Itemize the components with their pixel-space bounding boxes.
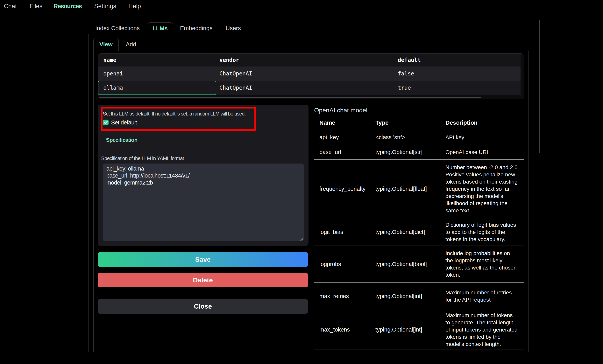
docs-row-frequency-penalty: frequency_penalty typing.Optional[float]…: [314, 160, 524, 218]
docs-cell-description: Maximum number of tokens to generate. Th…: [441, 310, 524, 349]
docs-cell-type: typing.Optional[int]: [370, 310, 441, 349]
llm-cell-vendor[interactable]: ChatOpenAI: [216, 81, 392, 95]
tab-view[interactable]: View: [93, 38, 119, 51]
docs-cell-name: logit_bias: [314, 218, 370, 246]
docs-table-container: Name Type Description api_key <class ’st…: [314, 115, 525, 352]
nav-item-files[interactable]: Files: [30, 2, 42, 11]
docs-cell-name: max_tokens: [314, 310, 370, 349]
docs-row-logit-bias: logit_bias typing.Optional[dict] Diction…: [314, 218, 524, 246]
tab-index-collections[interactable]: Index Collections: [89, 23, 147, 34]
llm-col-vendor[interactable]: vendor: [216, 54, 392, 67]
docs-row-api-key: api_key <class ’str’> API key: [314, 130, 524, 145]
llm-cell-vendor[interactable]: ChatOpenAI: [216, 67, 392, 81]
llm-cell-default[interactable]: true: [392, 81, 521, 95]
default-note: Set this LLM as default. If no default i…: [103, 111, 246, 117]
docs-cell-description: [441, 349, 524, 353]
app-window: Chat Files Resources Settings Help Index…: [0, 0, 603, 364]
llm-cell-name[interactable]: openai: [98, 67, 216, 81]
docs-cell-type: [370, 349, 441, 353]
docs-header-row: Name Type Description: [314, 115, 524, 130]
docs-title: OpenAI chat model: [314, 107, 367, 114]
docs-cell-type: typing.Optional[int]: [370, 283, 441, 310]
nav-item-settings[interactable]: Settings: [94, 2, 116, 11]
docs-cell-description: Include log probabilities on the logprob…: [441, 246, 524, 283]
tab-embeddings[interactable]: Embeddings: [173, 23, 220, 34]
docs-table: Name Type Description api_key <class ’st…: [314, 115, 524, 352]
set-default-label[interactable]: Set default: [111, 119, 137, 126]
docs-row-base-url: base_url typing.Optional[str] OpenAI bas…: [314, 145, 524, 160]
llm-table-horizontal-scrollbar[interactable]: [99, 97, 481, 98]
llm-table-header: name vendor default: [98, 54, 521, 67]
docs-row-max-tokens: max_tokens typing.Optional[int] Maximum …: [314, 310, 524, 349]
llm-row-openai[interactable]: openai ChatOpenAI false: [98, 67, 521, 81]
selected-cell-highlight: [98, 81, 216, 95]
llm-cell-default[interactable]: false: [392, 67, 521, 81]
specification-sublabel: Specification of the LLM in YAML format: [101, 155, 184, 161]
docs-cell-name: logprobs: [314, 246, 370, 283]
llm-col-default[interactable]: default: [392, 54, 521, 67]
docs-cell-type: typing.Optional[str]: [370, 145, 441, 160]
docs-cell-type: typing.Optional[bool]: [370, 246, 441, 283]
page-vertical-scrollbar[interactable]: [539, 20, 540, 153]
docs-cell-name: max_retries: [314, 283, 370, 310]
docs-col-description: Description: [441, 115, 524, 130]
docs-cell-description: Number between -2.0 and 2.0. Positive va…: [441, 160, 524, 218]
docs-row-logprobs: logprobs typing.Optional[bool] Include l…: [314, 246, 524, 283]
docs-cell-description: API key: [441, 130, 524, 145]
specification-heading[interactable]: Specification: [106, 137, 137, 143]
docs-cell-type: typing.Optional[float]: [370, 160, 441, 218]
tab-users[interactable]: Users: [220, 23, 247, 34]
llm-detail-card: Set this LLM as default. If no default i…: [98, 105, 309, 246]
docs-cell-description: Maximum number of retries for the API re…: [441, 283, 524, 310]
docs-cell-description: Dictionary of logit bias values to add t…: [441, 218, 524, 246]
nav-item-resources[interactable]: Resources: [54, 2, 82, 11]
docs-cell-name: frequency_penalty: [314, 160, 370, 218]
textarea-resize-grip-icon[interactable]: [299, 237, 304, 241]
nav-item-help[interactable]: Help: [128, 2, 141, 11]
yaml-spec-textarea[interactable]: api_key: ollama base_url: http://localho…: [103, 163, 304, 241]
llm-col-name[interactable]: name: [98, 54, 216, 67]
nav-item-chat[interactable]: Chat: [4, 2, 17, 11]
docs-cell-name: api_key: [314, 130, 370, 145]
check-icon: [104, 121, 108, 124]
docs-cell-type: <class ’str’>: [370, 130, 441, 145]
tab-add[interactable]: Add: [119, 38, 143, 51]
delete-button[interactable]: Delete: [98, 273, 308, 287]
docs-cell-name: [314, 349, 370, 353]
docs-col-name: Name: [314, 115, 370, 130]
set-default-checkbox[interactable]: [103, 120, 109, 125]
docs-row-partial: [314, 349, 524, 353]
docs-cell-name: base_url: [314, 145, 370, 160]
close-button[interactable]: Close: [98, 299, 308, 314]
save-button[interactable]: Save: [98, 252, 308, 267]
docs-col-type: Type: [370, 115, 441, 130]
llm-table: name vendor default openai ChatOpenAI fa…: [98, 54, 524, 99]
tab-llms[interactable]: LLMs: [147, 22, 173, 34]
docs-cell-description: OpenAI base URL: [441, 145, 524, 160]
docs-row-max-retries: max_retries typing.Optional[int] Maximum…: [314, 283, 524, 310]
docs-cell-type: typing.Optional[dict]: [370, 218, 441, 246]
